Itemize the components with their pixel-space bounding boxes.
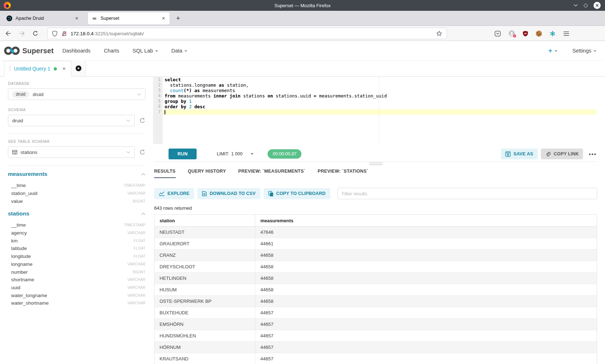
results-tab-bar: RESULTSQUERY HISTORYPREVIEW: `MEASUREMEN… [154,169,597,178]
filter-results-input[interactable] [337,188,597,199]
query-timer-badge: 00:00:00.87 [268,149,301,159]
schema-tables: measurements__timeTIMESTAMPstation_uuidV… [8,171,145,307]
svg-text:uO: uO [524,32,527,34]
chevron-down-icon [126,151,130,154]
table-row[interactable]: GRAUERORT44661 [154,238,597,250]
cell-station: HUNDSMÜHLEN [154,333,255,338]
explore-button[interactable]: EXPLORE [154,188,194,199]
forward-button[interactable] [19,31,25,36]
table-row[interactable]: KRAUTSAND44657 [154,353,597,364]
cookie-icon[interactable] [536,31,542,37]
caret-down-icon [155,50,158,52]
code-line: select [163,77,597,82]
schema-refresh-button[interactable] [139,118,145,124]
nav-item-sql-lab[interactable]: SQL Lab [133,48,158,54]
sql-editor[interactable]: 1234567 select stations.longname as stat… [153,77,597,144]
column-list: __timeTIMESTAMPstation_uuidVARCHARvalueB… [8,182,145,205]
column-header-measurements[interactable]: measurements [255,215,597,226]
limit-dropdown[interactable]: LIMIT: 1 000 [217,151,254,156]
table-row[interactable]: HUSUM44658 [154,284,597,296]
nav-item-charts[interactable]: Charts [104,48,119,54]
table-row[interactable]: DREYSCHLOOT44658 [154,261,597,273]
column-header-station[interactable]: station [154,218,255,223]
table-row[interactable]: OSTE-SPERRWERK BP44658 [154,296,597,307]
schema-select[interactable]: druid [8,115,135,126]
results-tab-preview-stations[interactable]: PREVIEW: `STATIONS` [318,169,368,178]
code-token: on [268,93,273,99]
line-number: 2 [153,82,161,88]
nav-item-dashboards[interactable]: Dashboards [62,48,90,54]
browser-tab-druid[interactable]: Apache Druid ✕ [3,12,83,24]
table-grid-icon [12,150,17,154]
account-icon[interactable]: ✕ [508,30,515,37]
bookmark-star-icon[interactable] [436,31,442,37]
table-row[interactable]: BUXTEHUDE44657 [154,307,597,319]
download-csv-button[interactable]: DOWNLOAD TO CSV [197,188,260,199]
add-new-button[interactable]: + [548,47,557,55]
table-select[interactable]: stations [8,146,135,158]
query-tab-bar: Untitled Query 1 ✕ + [0,61,605,77]
download-csv-label: DOWNLOAD TO CSV [210,191,256,196]
pocket-icon[interactable] [494,31,501,37]
window-close-icon[interactable]: ✕ [593,2,601,9]
results-tab-results[interactable]: RESULTS [154,169,176,178]
settings-menu[interactable]: Settings [573,48,596,54]
results-tab-preview-measurements[interactable]: PREVIEW: `MEASUREMENTS` [238,169,306,178]
new-tab-button[interactable]: + [176,14,180,22]
druid-favicon-icon [6,15,12,21]
column-row: numberBIGINT [8,268,145,276]
url-bar[interactable]: 172.18.0.4:32251/superset/sqllab/ [47,28,447,39]
table-row[interactable]: HETLINGEN44658 [154,273,597,284]
tab-close-icon[interactable]: ✕ [161,16,166,21]
editor-gutter: 1234567 [153,77,163,144]
nav-item-data[interactable]: Data [171,48,188,54]
menu-button[interactable] [563,31,569,36]
editor-code-area[interactable]: select stations.longname as station, cou… [163,77,597,144]
table-row[interactable]: CRANZ44658 [154,250,597,261]
database-select[interactable]: druid druid [8,88,145,100]
drag-handle-icon[interactable] [9,67,10,71]
code-token: as [194,88,200,93]
run-button[interactable]: RUN [169,149,197,159]
schema-table-header[interactable]: stations [8,210,145,217]
collapse-chevron-icon[interactable] [141,213,145,215]
table-row[interactable]: HÖRNUM44657 [154,342,597,353]
extension-asterisk-icon[interactable] [550,31,556,37]
reload-button[interactable] [32,31,39,36]
pane-drag-handle[interactable] [369,163,382,165]
copy-clipboard-label: COPY TO CLIPBOARD [276,191,326,196]
cell-station: BUXTEHUDE [154,310,255,315]
copy-link-label: COPY LINK [554,151,579,156]
window-maximize-icon[interactable] [583,3,588,8]
collapse-chevron-icon[interactable] [141,173,145,176]
column-type: VARCHAR [127,278,145,282]
column-row: kmFLOAT [8,237,145,245]
superset-logo[interactable]: Superset [4,46,54,55]
schema-table-header[interactable]: measurements [8,171,145,177]
table-row[interactable]: EMSHÖRN44657 [154,319,597,330]
lock-slash-icon[interactable] [62,31,67,37]
back-button[interactable] [5,31,12,36]
table-refresh-button[interactable] [139,149,145,155]
shield-icon[interactable] [52,31,58,37]
add-query-tab-button[interactable]: + [71,60,86,76]
tab-close-icon[interactable]: ✕ [74,16,79,21]
table-row[interactable]: NEUSTADT47646 [154,227,597,238]
more-options-button[interactable]: ••• [589,151,597,157]
table-row[interactable]: HUNDSMÜHLEN44657 [154,330,597,342]
cell-measurements: 44658 [255,273,597,284]
query-tab[interactable]: Untitled Query 1 ✕ [4,61,71,77]
browser-tab-superset[interactable]: ∞ Superset ✕ [88,12,170,24]
copy-link-button[interactable]: COPY LINK [541,149,583,159]
results-tab-query-history[interactable]: QUERY HISTORY [188,169,226,178]
query-tab-close-icon[interactable]: ✕ [62,66,66,71]
line-number: 3 [153,88,161,93]
copy-clipboard-button[interactable]: COPY TO CLIPBOARD [264,188,330,199]
save-as-button[interactable]: SAVE AS [501,149,538,159]
window-minimize-chevron-icon[interactable] [573,4,578,7]
ublock-icon[interactable]: uO [523,31,528,37]
schema-label: SCHEMA [8,108,145,112]
column-row: valueBIGINT [8,197,145,205]
line-number: 1 [153,77,161,82]
column-name: shortname [8,277,34,282]
